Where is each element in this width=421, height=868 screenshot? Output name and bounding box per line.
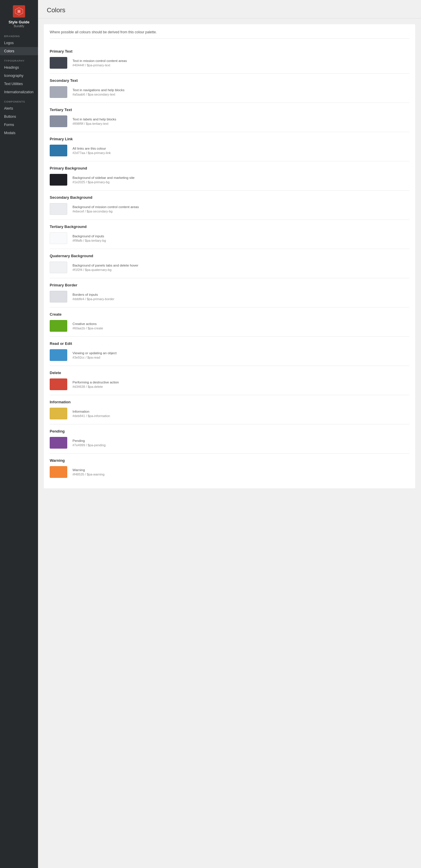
color-info-pending: Pending#7e4999 / $pa-pending bbox=[72, 439, 106, 447]
color-description-read-or-edit: Viewing or updating an object bbox=[72, 351, 117, 355]
color-row-primary-text: Text in mission control content areas#40… bbox=[50, 57, 409, 69]
sidebar-item-text-utilities[interactable]: Text Utilities bbox=[0, 80, 38, 88]
color-description-primary-background: Background of sidebar and marketing site bbox=[72, 176, 134, 180]
color-value-quaternary-background: #f1f2f4 / $pa-quaternary-bg bbox=[72, 268, 138, 272]
main-content: Colors Where possible all colours should… bbox=[38, 0, 421, 868]
sidebar: Style Guide Bundlify BRANDING Logos Colo… bbox=[0, 0, 38, 868]
sidebar-section-label-components: COMPONENTS bbox=[0, 96, 38, 104]
content-area: Where possible all colours should be der… bbox=[44, 24, 415, 488]
color-swatch-create bbox=[50, 320, 67, 332]
color-sections-container: Primary TextText in mission control cont… bbox=[50, 44, 409, 483]
color-info-information: Information#deb841 / $pa-information bbox=[72, 410, 110, 417]
sidebar-item-headings[interactable]: Headings bbox=[0, 63, 38, 71]
sidebar-item-iconography[interactable]: Iconography bbox=[0, 71, 38, 80]
color-value-warning: #f48535 / $pa-warning bbox=[72, 472, 104, 476]
color-value-primary-text: #40444f / $pa-primary-text bbox=[72, 63, 127, 67]
color-section-create: CreateCreative actions#60aa1b / $pa-crea… bbox=[50, 307, 409, 337]
color-swatch-tertiary-text bbox=[50, 116, 67, 127]
color-description-primary-text: Text in mission control content areas bbox=[72, 59, 127, 63]
color-swatch-quaternary-background bbox=[50, 261, 67, 273]
color-description-quaternary-background: Background of panels tabs and delete hov… bbox=[72, 264, 138, 267]
color-description-secondary-background: Background of mission control content ar… bbox=[72, 205, 139, 209]
color-row-tertiary-background: Background of inputs#f9fafb / $pa-tertia… bbox=[50, 232, 409, 244]
color-title-read-or-edit: Read or Edit bbox=[50, 341, 409, 346]
color-value-secondary-background: #ebecef / $pa-secondary-bg bbox=[72, 210, 139, 213]
color-row-quaternary-background: Background of panels tabs and delete hov… bbox=[50, 261, 409, 273]
color-swatch-read-or-edit bbox=[50, 349, 67, 361]
color-value-tertiary-text: #898f9f / $pa-tertiary-text bbox=[72, 122, 116, 125]
color-info-delete: Performing a destructive action#d34638 /… bbox=[72, 380, 119, 389]
sidebar-item-internationalization[interactable]: Internationalization bbox=[0, 88, 38, 96]
sidebar-section-label-branding: BRANDING bbox=[0, 31, 38, 39]
color-row-primary-link: All links are this colour#2d77aa / $pa-p… bbox=[50, 145, 409, 156]
svg-rect-3 bbox=[18, 10, 20, 12]
sidebar-section-typography: TYPOGRAPHY Headings Iconography Text Uti… bbox=[0, 55, 38, 96]
color-description-delete: Performing a destructive action bbox=[72, 380, 119, 384]
color-description-tertiary-background: Background of inputs bbox=[72, 235, 106, 238]
color-swatch-primary-border bbox=[50, 291, 67, 303]
color-section-primary-border: Primary BorderBorders of inputs#dddfe4 /… bbox=[50, 278, 409, 307]
intro-text: Where possible all colours should be der… bbox=[50, 30, 409, 38]
color-title-quaternary-background: Quaternary Background bbox=[50, 254, 409, 258]
color-info-create: Creative actions#60aa1b / $pa-create bbox=[72, 322, 103, 330]
color-section-primary-text: Primary TextText in mission control cont… bbox=[50, 44, 409, 74]
color-section-secondary-text: Secondary TextText in navigations and he… bbox=[50, 74, 409, 103]
color-description-primary-link: All links are this colour bbox=[72, 147, 111, 150]
sidebar-item-modals[interactable]: Modals bbox=[0, 129, 38, 137]
color-section-read-or-edit: Read or EditViewing or updating an objec… bbox=[50, 337, 409, 366]
color-swatch-secondary-text bbox=[50, 86, 67, 98]
color-swatch-primary-text bbox=[50, 57, 67, 69]
color-value-tertiary-background: #f9fafb / $pa-tertiary-bg bbox=[72, 239, 106, 242]
color-section-primary-link: Primary LinkAll links are this colour#2d… bbox=[50, 132, 409, 161]
color-value-information: #deb841 / $pa-information bbox=[72, 414, 110, 417]
color-swatch-tertiary-background bbox=[50, 232, 67, 244]
color-title-primary-border: Primary Border bbox=[50, 283, 409, 287]
color-value-read-or-edit: #3e92cc / $pa-read bbox=[72, 356, 117, 359]
color-title-secondary-background: Secondary Background bbox=[50, 195, 409, 199]
color-description-information: Information bbox=[72, 410, 110, 413]
color-swatch-pending bbox=[50, 437, 67, 448]
color-value-create: #60aa1b / $pa-create bbox=[72, 327, 103, 330]
color-row-primary-border: Borders of inputs#dddfe4 / $pa-primary-b… bbox=[50, 291, 409, 303]
color-value-pending: #7e4999 / $pa-pending bbox=[72, 443, 106, 447]
page-title: Colors bbox=[47, 6, 412, 14]
color-info-warning: Warning#f48535 / $pa-warning bbox=[72, 468, 104, 476]
color-row-read-or-edit: Viewing or updating an object#3e92cc / $… bbox=[50, 349, 409, 361]
color-section-primary-background: Primary BackgroundBackground of sidebar … bbox=[50, 161, 409, 191]
color-section-quaternary-background: Quaternary BackgroundBackground of panel… bbox=[50, 249, 409, 278]
color-row-secondary-background: Background of mission control content ar… bbox=[50, 203, 409, 215]
sidebar-item-colors[interactable]: Colors bbox=[0, 47, 38, 55]
color-value-primary-link: #2d77aa / $pa-primary-link bbox=[72, 151, 111, 155]
color-swatch-warning bbox=[50, 466, 67, 478]
color-row-create: Creative actions#60aa1b / $pa-create bbox=[50, 320, 409, 332]
color-title-create: Create bbox=[50, 312, 409, 316]
color-title-pending: Pending bbox=[50, 429, 409, 433]
color-row-delete: Performing a destructive action#d34638 /… bbox=[50, 378, 409, 390]
color-title-primary-link: Primary Link bbox=[50, 137, 409, 141]
sidebar-item-logos[interactable]: Logos bbox=[0, 39, 38, 47]
color-title-delete: Delete bbox=[50, 371, 409, 375]
color-row-tertiary-text: Text in labels and help blocks#898f9f / … bbox=[50, 116, 409, 127]
color-title-primary-text: Primary Text bbox=[50, 49, 409, 54]
color-value-delete: #d34638 / $pa-delete bbox=[72, 385, 119, 389]
color-info-secondary-text: Text in navigations and help blocks#a5aa… bbox=[72, 88, 124, 96]
color-swatch-primary-link bbox=[50, 145, 67, 156]
color-info-primary-background: Background of sidebar and marketing site… bbox=[72, 176, 134, 184]
color-info-secondary-background: Background of mission control content ar… bbox=[72, 205, 139, 213]
sidebar-item-buttons[interactable]: Buttons bbox=[0, 113, 38, 121]
color-info-primary-border: Borders of inputs#dddfe4 / $pa-primary-b… bbox=[72, 293, 114, 301]
color-info-primary-text: Text in mission control content areas#40… bbox=[72, 59, 127, 67]
sidebar-section-label-typography: TYPOGRAPHY bbox=[0, 55, 38, 63]
color-section-secondary-background: Secondary BackgroundBackground of missio… bbox=[50, 191, 409, 220]
color-title-secondary-text: Secondary Text bbox=[50, 78, 409, 83]
color-info-read-or-edit: Viewing or updating an object#3e92cc / $… bbox=[72, 351, 117, 359]
color-title-tertiary-text: Tertiary Text bbox=[50, 107, 409, 112]
sidebar-app-title: Style Guide bbox=[8, 20, 30, 25]
sidebar-logo-area: Style Guide Bundlify bbox=[0, 0, 38, 31]
color-value-primary-border: #dddfe4 / $pa-primary-border bbox=[72, 297, 114, 301]
sidebar-section-components: COMPONENTS Alerts Buttons Forms Modals bbox=[0, 96, 38, 137]
sidebar-item-alerts[interactable]: Alerts bbox=[0, 104, 38, 113]
sidebar-item-forms[interactable]: Forms bbox=[0, 121, 38, 129]
color-value-primary-background: #1e2025 / $pa-primary-bg bbox=[72, 180, 134, 184]
color-info-primary-link: All links are this colour#2d77aa / $pa-p… bbox=[72, 147, 111, 155]
